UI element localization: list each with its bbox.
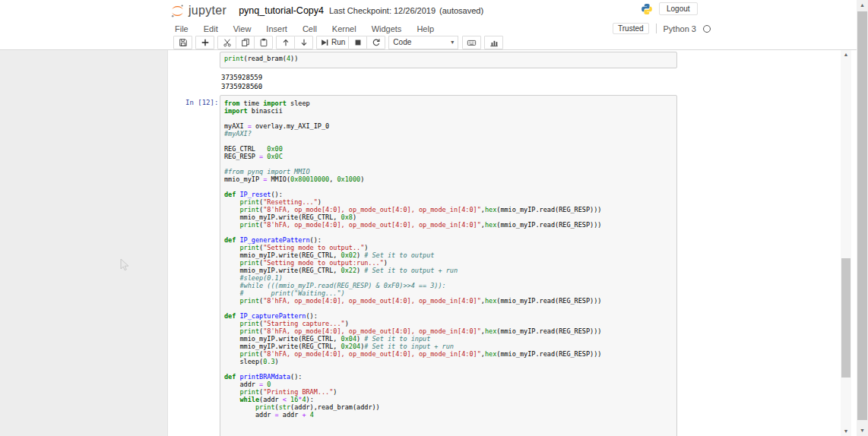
menu-cell[interactable]: Cell	[295, 24, 325, 33]
scroll-up-icon[interactable]: ▲	[857, 1, 868, 10]
menu-bar: File Edit View Insert Cell Kernel Widget…	[167, 22, 857, 35]
paste-cells-button[interactable]	[254, 36, 273, 49]
autosave-status: (autosaved)	[439, 6, 483, 15]
checkpoint-status: Last Checkpoint: 12/26/2019	[329, 6, 436, 15]
cell-type-value: Code	[393, 38, 411, 46]
copy-icon	[241, 38, 250, 47]
jupyter-logo-icon	[170, 4, 185, 18]
run-button-label: Run	[331, 38, 345, 46]
chart-icon	[489, 38, 499, 47]
command-palette-button[interactable]	[462, 36, 481, 49]
restart-icon	[372, 38, 381, 47]
cell-type-dropdown[interactable]: Code ▾	[388, 36, 458, 49]
menu-kernel[interactable]: Kernel	[325, 24, 364, 33]
cell-output-area: 37359285593735928560	[221, 74, 262, 91]
menu-edit[interactable]: Edit	[196, 24, 226, 33]
insert-cell-button[interactable]	[195, 36, 214, 49]
kernel-name: Python 3	[664, 24, 696, 33]
jupyter-notebook-app: jupyter pynq_tutorial-Copy4 Last Checkpo…	[0, 0, 868, 436]
notebook-container: print(read_bram(4)) 37359285593735928560…	[167, 50, 857, 436]
logout-button[interactable]: Logout	[659, 2, 698, 15]
extension-chart-button[interactable]	[484, 36, 503, 49]
menu-view[interactable]: View	[226, 24, 259, 33]
chevron-down-icon: ▾	[451, 39, 454, 46]
mouse-cursor	[120, 258, 129, 272]
notebook-header: jupyter pynq_tutorial-Copy4 Last Checkpo…	[167, 0, 483, 21]
scroll-up-icon[interactable]: ▲	[841, 50, 851, 59]
add-cell-icon	[201, 38, 210, 47]
interrupt-kernel-button[interactable]	[348, 36, 367, 49]
divider	[656, 24, 657, 33]
move-cell-up-button[interactable]	[276, 36, 295, 49]
run-button[interactable]: Run	[316, 36, 349, 49]
window-scrollbar-thumb[interactable]	[857, 11, 867, 420]
move-cell-down-button[interactable]	[294, 36, 313, 49]
python-logo-icon	[641, 3, 653, 15]
menu-widgets[interactable]: Widgets	[364, 24, 410, 33]
paste-icon	[259, 38, 268, 47]
move-down-icon	[299, 38, 309, 47]
account-cluster: Logout	[641, 2, 698, 15]
cell-input-area[interactable]: print(read_bram(4))	[220, 52, 677, 68]
input-prompt: In [12]:	[185, 99, 219, 106]
kernel-idle-indicator-icon	[703, 25, 711, 33]
stop-icon	[353, 38, 363, 47]
jupyter-logo[interactable]: jupyter	[170, 4, 227, 18]
notebook-scrollbar-thumb[interactable]	[841, 258, 851, 378]
restart-kernel-button[interactable]	[366, 36, 385, 49]
jupyter-logo-text: jupyter	[188, 4, 227, 17]
header-bar: jupyter pynq_tutorial-Copy4 Last Checkpo…	[0, 0, 857, 50]
keyboard-icon	[467, 38, 477, 47]
scroll-down-icon[interactable]: ▼	[857, 426, 868, 435]
notebook-title[interactable]: pynq_tutorial-Copy4	[239, 5, 324, 16]
trusted-button[interactable]: Trusted	[613, 23, 649, 34]
run-icon	[320, 38, 329, 47]
menu-help[interactable]: Help	[409, 24, 442, 33]
cut-cells-button[interactable]	[217, 36, 236, 49]
menu-insert[interactable]: Insert	[258, 24, 295, 33]
notebook-background: print(read_bram(4)) 37359285593735928560…	[0, 50, 857, 436]
window-scrollbar[interactable]: ▲ ▼	[857, 0, 868, 436]
kernel-status-cluster: Trusted Python 3	[613, 22, 711, 35]
save-icon	[179, 38, 188, 47]
copy-cells-button[interactable]	[236, 36, 255, 49]
notebook-scrollbar[interactable]: ▲ ▼	[841, 50, 851, 436]
save-button[interactable]	[173, 36, 192, 49]
toolbar: Run Code ▾	[173, 35, 502, 49]
scroll-down-icon[interactable]: ▼	[841, 427, 851, 436]
cell-input-area[interactable]: from time import sleepimport binascii my…	[220, 95, 677, 436]
menu-file[interactable]: File	[167, 24, 196, 33]
cut-icon	[223, 38, 232, 47]
move-up-icon	[281, 38, 290, 47]
